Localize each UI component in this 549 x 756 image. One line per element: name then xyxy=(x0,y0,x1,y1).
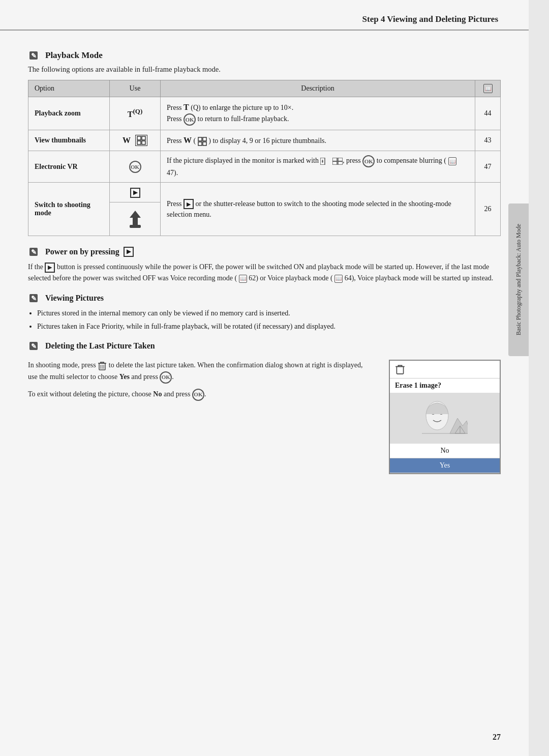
power-on-body: If the ▶ button is pressed continuously … xyxy=(28,261,501,284)
desc-evr: If the picture displayed in the monitor … xyxy=(161,151,475,183)
table-header-use: Use xyxy=(110,80,161,97)
viewing-bullet-1: Pictures stored in the internal memory c… xyxy=(37,308,501,319)
playback-mode-title: Playback Mode xyxy=(45,50,103,61)
option-thumbnails: View thumbnails xyxy=(28,130,110,151)
viewing-title: Viewing Pictures xyxy=(45,294,104,303)
header-title: Step 4 Viewing and Deleting Pictures xyxy=(362,14,498,24)
page: Step 4 Viewing and Deleting Pictures ✎ P… xyxy=(0,0,529,756)
play-button-icon: ▶ xyxy=(130,188,140,198)
svg-rect-9 xyxy=(203,142,206,146)
svg-rect-6 xyxy=(198,137,202,141)
svg-marker-41 xyxy=(450,418,468,433)
ok-icon-inline: OK xyxy=(184,113,196,126)
svg-rect-33 xyxy=(396,367,403,374)
ref-64: 📖 xyxy=(334,275,343,283)
table-header-option: Option xyxy=(28,80,110,97)
grid-icon xyxy=(135,135,147,146)
svg-text:✎: ✎ xyxy=(31,342,37,350)
svg-rect-13 xyxy=(332,158,337,161)
table-row-evr: Electronic VR OK If the picture displaye… xyxy=(28,151,501,183)
dialog-box: Erase 1 image? xyxy=(389,360,501,474)
deleting-section: ✎ Deleting the Last Picture Taken In sho… xyxy=(28,340,501,474)
dialog-buttons: No Yes xyxy=(390,444,500,473)
use-playback-zoom: T(Q) xyxy=(110,97,161,130)
svg-rect-8 xyxy=(198,142,202,146)
ok-btn-evr2: OK xyxy=(362,155,375,167)
pencil-icon-3: ✎ xyxy=(28,293,39,304)
table-row-playback-zoom: Playback zoom T(Q) Press T (Q) to enlarg… xyxy=(28,97,501,130)
ref-icon-47: 📖 xyxy=(448,157,456,165)
ref-book-icon: 📖 xyxy=(483,84,493,93)
deleting-body2: To exit without deleting the picture, ch… xyxy=(28,389,374,401)
trash-icon-inline xyxy=(98,361,107,371)
scene-illustration xyxy=(422,398,468,439)
use-evr: OK xyxy=(110,151,161,183)
option-switch: Switch to shooting mode xyxy=(28,183,110,236)
power-on-section: ✎ Power on by pressing ▶ If the ▶ button… xyxy=(28,246,501,284)
ok-btn-no: OK xyxy=(192,389,204,401)
camera-shutter-icon xyxy=(126,207,145,229)
option-playback-zoom: Playback zoom xyxy=(28,97,110,130)
svg-rect-18 xyxy=(130,225,141,228)
desc-thumbnails: Press W ( ) to display 4, 9 or 16 pictur… xyxy=(161,130,475,151)
pencil-icon: ✎ xyxy=(28,50,39,61)
svg-text:✎: ✎ xyxy=(31,52,37,60)
viewing-section: ✎ Viewing Pictures Pictures stored in th… xyxy=(28,293,501,333)
page-header: Step 4 Viewing and Deleting Pictures xyxy=(0,0,529,31)
table-row-thumbnails: View thumbnails W xyxy=(28,130,501,151)
play-icon-power: ▶ xyxy=(124,247,134,257)
ok-btn-delete: OK xyxy=(160,371,172,384)
use-switch-play: ▶ xyxy=(110,183,161,202)
dialog-yes-btn[interactable]: Yes xyxy=(390,458,500,473)
svg-rect-4 xyxy=(137,141,141,144)
playback-intro: The following options are available in f… xyxy=(28,65,501,74)
table-header-ref: 📖 xyxy=(475,80,501,97)
page-ref-switch: 26 xyxy=(475,183,501,236)
page-number: 27 xyxy=(493,733,501,742)
dialog-scene xyxy=(390,393,500,444)
deleting-bottom: In shooting mode, press to delete the la… xyxy=(28,360,501,474)
option-evr: Electronic VR xyxy=(28,151,110,183)
page-ref-thumbnails: 43 xyxy=(475,130,501,151)
playback-mode-heading: ✎ Playback Mode xyxy=(28,50,501,61)
page-ref-playback-zoom: 44 xyxy=(475,97,501,130)
dialog-header xyxy=(390,361,500,379)
desc-switch: Press ▶ or the shutter-release button to… xyxy=(161,183,475,236)
play-icon-body: ▶ xyxy=(45,263,55,273)
svg-marker-17 xyxy=(130,211,141,225)
table-row-switch-1: Switch to shooting mode ▶ Press ▶ or the… xyxy=(28,183,501,202)
desc-playback-zoom: Press T (Q) to enlarge the picture up to… xyxy=(161,97,475,130)
pencil-icon-4: ✎ xyxy=(28,340,39,352)
viewing-bullet-2: Pictures taken in Face Priority, while i… xyxy=(37,321,501,332)
svg-rect-7 xyxy=(203,137,206,141)
deleting-body1: In shooting mode, press to delete the la… xyxy=(28,360,374,383)
viewing-heading: ✎ Viewing Pictures xyxy=(28,293,501,304)
main-content: ✎ Playback Mode The following options ar… xyxy=(0,31,529,490)
dialog-erase-label: Erase 1 image? xyxy=(390,379,500,393)
use-switch-arrow xyxy=(110,202,161,236)
sidebar-label: Basic Photography and Playback: Auto Mod… xyxy=(508,178,529,382)
viewing-bullets: Pictures stored in the internal memory c… xyxy=(37,308,501,333)
deleting-heading: ✎ Deleting the Last Picture Taken xyxy=(28,340,501,352)
play-icon-desc: ▶ xyxy=(184,199,194,209)
power-on-title: Power on by pressing xyxy=(45,247,119,256)
svg-text:✎: ✎ xyxy=(31,248,37,256)
dialog-no-btn[interactable]: No xyxy=(390,444,500,458)
svg-rect-3 xyxy=(142,136,145,140)
svg-rect-15 xyxy=(332,161,337,165)
svg-rect-14 xyxy=(338,161,343,165)
svg-text:✎: ✎ xyxy=(31,295,37,302)
ref-62: 📖 xyxy=(239,275,247,283)
ok-btn-evr: OK xyxy=(129,161,141,173)
svg-rect-16 xyxy=(338,158,343,161)
power-on-heading: ✎ Power on by pressing ▶ xyxy=(28,246,501,257)
page-ref-evr: 47 xyxy=(475,151,501,183)
pencil-icon-2: ✎ xyxy=(28,246,39,257)
options-table: Option Use Description 📖 Playback zoom T… xyxy=(28,80,501,236)
table-header-description: Description xyxy=(161,80,475,97)
deleting-title: Deleting the Last Picture Taken xyxy=(45,341,155,351)
svg-rect-5 xyxy=(142,141,145,144)
svg-rect-2 xyxy=(137,136,141,140)
deleting-text: In shooting mode, press to delete the la… xyxy=(28,360,374,405)
use-thumbnails: W xyxy=(110,130,161,151)
